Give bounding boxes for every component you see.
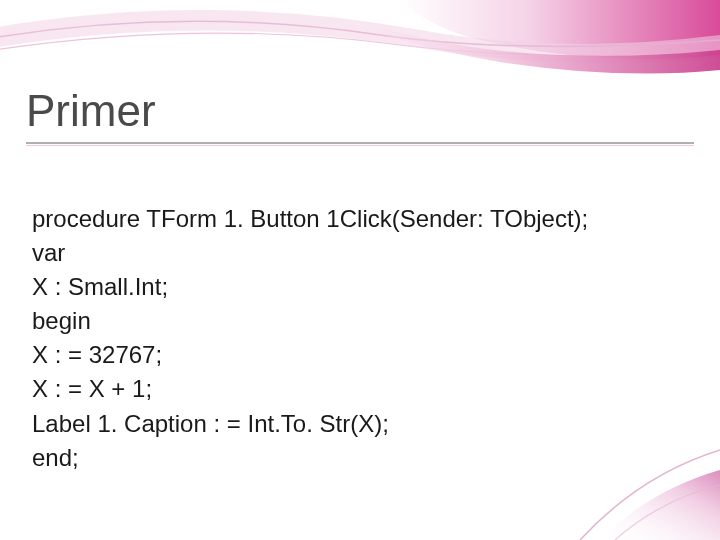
code-line: Label 1. Caption : = Int.To. Str(X); [32,410,389,437]
code-line: begin [32,307,91,334]
decorative-swoosh-top [0,0,720,100]
code-line: X : = X + 1; [32,375,152,402]
code-line: procedure TForm 1. Button 1Click(Sender:… [32,205,588,232]
code-line: var [32,239,65,266]
code-line: end; [32,444,79,471]
code-line: X : Small.Int; [32,273,168,300]
slide-title: Primer [26,86,694,136]
code-line: X : = 32767; [32,341,162,368]
title-underline [26,142,694,148]
slide-content: Primer procedure TForm 1. Button 1Click(… [26,86,694,475]
code-block: procedure TForm 1. Button 1Click(Sender:… [26,168,694,475]
